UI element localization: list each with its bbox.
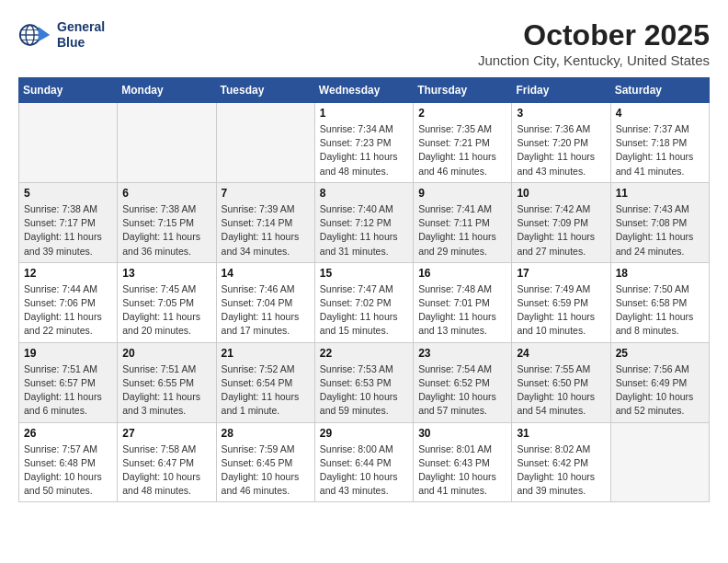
calendar-cell: 27Sunrise: 7:58 AM Sunset: 6:47 PM Dayli… bbox=[118, 422, 216, 502]
day-number: 23 bbox=[418, 347, 506, 360]
calendar-cell: 11Sunrise: 7:43 AM Sunset: 7:08 PM Dayli… bbox=[610, 182, 709, 262]
day-number: 28 bbox=[222, 427, 310, 440]
calendar-table: SundayMondayTuesdayWednesdayThursdayFrid… bbox=[18, 77, 710, 502]
day-number: 6 bbox=[122, 187, 210, 200]
calendar-cell: 7Sunrise: 7:39 AM Sunset: 7:14 PM Daylig… bbox=[216, 182, 314, 262]
day-info: Sunrise: 7:40 AM Sunset: 7:12 PM Dayligh… bbox=[320, 202, 408, 259]
calendar-cell: 17Sunrise: 7:49 AM Sunset: 6:59 PM Dayli… bbox=[512, 262, 610, 342]
day-info: Sunrise: 7:44 AM Sunset: 7:06 PM Dayligh… bbox=[24, 282, 112, 339]
calendar-cell: 30Sunrise: 8:01 AM Sunset: 6:43 PM Dayli… bbox=[414, 422, 512, 502]
day-info: Sunrise: 7:52 AM Sunset: 6:54 PM Dayligh… bbox=[222, 362, 310, 419]
day-info: Sunrise: 7:59 AM Sunset: 6:45 PM Dayligh… bbox=[222, 442, 310, 499]
day-number: 24 bbox=[517, 347, 605, 360]
day-number: 22 bbox=[320, 347, 408, 360]
day-number: 11 bbox=[616, 187, 704, 200]
day-number: 7 bbox=[222, 187, 310, 200]
calendar-cell bbox=[610, 422, 709, 502]
logo: General Blue bbox=[18, 18, 105, 52]
day-info: Sunrise: 7:51 AM Sunset: 6:57 PM Dayligh… bbox=[24, 362, 112, 419]
day-info: Sunrise: 8:00 AM Sunset: 6:44 PM Dayligh… bbox=[320, 442, 408, 499]
calendar-cell: 13Sunrise: 7:45 AM Sunset: 7:05 PM Dayli… bbox=[118, 262, 216, 342]
day-info: Sunrise: 7:39 AM Sunset: 7:14 PM Dayligh… bbox=[222, 202, 310, 259]
day-number: 16 bbox=[418, 267, 506, 280]
day-info: Sunrise: 7:43 AM Sunset: 7:08 PM Dayligh… bbox=[616, 202, 704, 259]
logo-icon bbox=[18, 18, 51, 52]
calendar-cell: 25Sunrise: 7:56 AM Sunset: 6:49 PM Dayli… bbox=[610, 342, 709, 422]
day-number: 29 bbox=[320, 427, 408, 440]
page-header: General Blue October 2025 Junction City,… bbox=[18, 18, 710, 68]
day-number: 10 bbox=[517, 187, 605, 200]
day-number: 25 bbox=[616, 347, 704, 360]
calendar-cell: 18Sunrise: 7:50 AM Sunset: 6:58 PM Dayli… bbox=[610, 262, 709, 342]
day-info: Sunrise: 7:41 AM Sunset: 7:11 PM Dayligh… bbox=[418, 202, 506, 259]
day-info: Sunrise: 7:36 AM Sunset: 7:20 PM Dayligh… bbox=[517, 122, 605, 178]
day-number: 27 bbox=[122, 427, 210, 440]
calendar-week-row: 12Sunrise: 7:44 AM Sunset: 7:06 PM Dayli… bbox=[19, 262, 710, 342]
day-info: Sunrise: 7:55 AM Sunset: 6:50 PM Dayligh… bbox=[517, 362, 605, 419]
day-info: Sunrise: 7:34 AM Sunset: 7:23 PM Dayligh… bbox=[320, 122, 408, 178]
month-year: October 2025 bbox=[478, 18, 710, 52]
day-info: Sunrise: 8:01 AM Sunset: 6:43 PM Dayligh… bbox=[418, 442, 506, 499]
day-info: Sunrise: 7:56 AM Sunset: 6:49 PM Dayligh… bbox=[616, 362, 704, 419]
day-info: Sunrise: 7:54 AM Sunset: 6:52 PM Dayligh… bbox=[418, 362, 506, 419]
calendar-cell: 31Sunrise: 8:02 AM Sunset: 6:42 PM Dayli… bbox=[512, 422, 610, 502]
day-number: 21 bbox=[222, 347, 310, 360]
calendar-cell: 23Sunrise: 7:54 AM Sunset: 6:52 PM Dayli… bbox=[414, 342, 512, 422]
day-number: 31 bbox=[517, 427, 605, 440]
day-info: Sunrise: 7:38 AM Sunset: 7:17 PM Dayligh… bbox=[24, 202, 112, 259]
calendar-cell: 6Sunrise: 7:38 AM Sunset: 7:15 PM Daylig… bbox=[118, 182, 216, 262]
calendar-cell: 20Sunrise: 7:51 AM Sunset: 6:55 PM Dayli… bbox=[118, 342, 216, 422]
calendar-cell: 4Sunrise: 7:37 AM Sunset: 7:18 PM Daylig… bbox=[610, 103, 709, 183]
day-info: Sunrise: 7:35 AM Sunset: 7:21 PM Dayligh… bbox=[418, 122, 506, 178]
calendar-cell: 15Sunrise: 7:47 AM Sunset: 7:02 PM Dayli… bbox=[314, 262, 413, 342]
day-info: Sunrise: 7:42 AM Sunset: 7:09 PM Dayligh… bbox=[517, 202, 605, 259]
day-number: 18 bbox=[616, 267, 704, 280]
column-header-wednesday: Wednesday bbox=[314, 78, 413, 103]
logo-text: General Blue bbox=[57, 19, 105, 51]
day-number: 2 bbox=[418, 107, 506, 120]
day-number: 3 bbox=[517, 107, 605, 120]
calendar-cell: 1Sunrise: 7:34 AM Sunset: 7:23 PM Daylig… bbox=[314, 103, 413, 183]
calendar-cell: 19Sunrise: 7:51 AM Sunset: 6:57 PM Dayli… bbox=[19, 342, 118, 422]
logo-line1: General bbox=[57, 19, 105, 35]
day-info: Sunrise: 7:38 AM Sunset: 7:15 PM Dayligh… bbox=[122, 202, 210, 259]
calendar-week-row: 1Sunrise: 7:34 AM Sunset: 7:23 PM Daylig… bbox=[19, 103, 710, 183]
day-number: 20 bbox=[122, 347, 210, 360]
column-header-monday: Monday bbox=[118, 78, 216, 103]
calendar-cell: 22Sunrise: 7:53 AM Sunset: 6:53 PM Dayli… bbox=[314, 342, 413, 422]
calendar-cell: 9Sunrise: 7:41 AM Sunset: 7:11 PM Daylig… bbox=[414, 182, 512, 262]
column-header-friday: Friday bbox=[512, 78, 610, 103]
calendar-cell: 14Sunrise: 7:46 AM Sunset: 7:04 PM Dayli… bbox=[216, 262, 314, 342]
calendar-week-row: 19Sunrise: 7:51 AM Sunset: 6:57 PM Dayli… bbox=[19, 342, 710, 422]
calendar-cell: 10Sunrise: 7:42 AM Sunset: 7:09 PM Dayli… bbox=[512, 182, 610, 262]
day-number: 19 bbox=[24, 347, 112, 360]
calendar-cell bbox=[19, 103, 118, 183]
day-number: 13 bbox=[122, 267, 210, 280]
day-number: 5 bbox=[24, 187, 112, 200]
logo-line2: Blue bbox=[57, 35, 105, 51]
calendar-week-row: 26Sunrise: 7:57 AM Sunset: 6:48 PM Dayli… bbox=[19, 422, 710, 502]
day-info: Sunrise: 7:48 AM Sunset: 7:01 PM Dayligh… bbox=[418, 282, 506, 339]
day-number: 26 bbox=[24, 427, 112, 440]
calendar-cell: 24Sunrise: 7:55 AM Sunset: 6:50 PM Dayli… bbox=[512, 342, 610, 422]
day-number: 9 bbox=[418, 187, 506, 200]
column-header-sunday: Sunday bbox=[19, 78, 118, 103]
calendar-cell: 21Sunrise: 7:52 AM Sunset: 6:54 PM Dayli… bbox=[216, 342, 314, 422]
title-block: October 2025 Junction City, Kentucky, Un… bbox=[478, 18, 710, 68]
day-info: Sunrise: 7:47 AM Sunset: 7:02 PM Dayligh… bbox=[320, 282, 408, 339]
calendar-cell: 2Sunrise: 7:35 AM Sunset: 7:21 PM Daylig… bbox=[414, 103, 512, 183]
day-number: 4 bbox=[616, 107, 704, 120]
calendar-cell: 26Sunrise: 7:57 AM Sunset: 6:48 PM Dayli… bbox=[19, 422, 118, 502]
location: Junction City, Kentucky, United States bbox=[478, 52, 710, 68]
day-info: Sunrise: 7:46 AM Sunset: 7:04 PM Dayligh… bbox=[222, 282, 310, 339]
day-number: 15 bbox=[320, 267, 408, 280]
calendar-cell: 8Sunrise: 7:40 AM Sunset: 7:12 PM Daylig… bbox=[314, 182, 413, 262]
calendar-cell: 29Sunrise: 8:00 AM Sunset: 6:44 PM Dayli… bbox=[314, 422, 413, 502]
day-info: Sunrise: 7:45 AM Sunset: 7:05 PM Dayligh… bbox=[122, 282, 210, 339]
day-number: 12 bbox=[24, 267, 112, 280]
day-number: 30 bbox=[418, 427, 506, 440]
day-info: Sunrise: 7:51 AM Sunset: 6:55 PM Dayligh… bbox=[122, 362, 210, 419]
day-number: 8 bbox=[320, 187, 408, 200]
calendar-cell: 5Sunrise: 7:38 AM Sunset: 7:17 PM Daylig… bbox=[19, 182, 118, 262]
column-header-saturday: Saturday bbox=[610, 78, 709, 103]
